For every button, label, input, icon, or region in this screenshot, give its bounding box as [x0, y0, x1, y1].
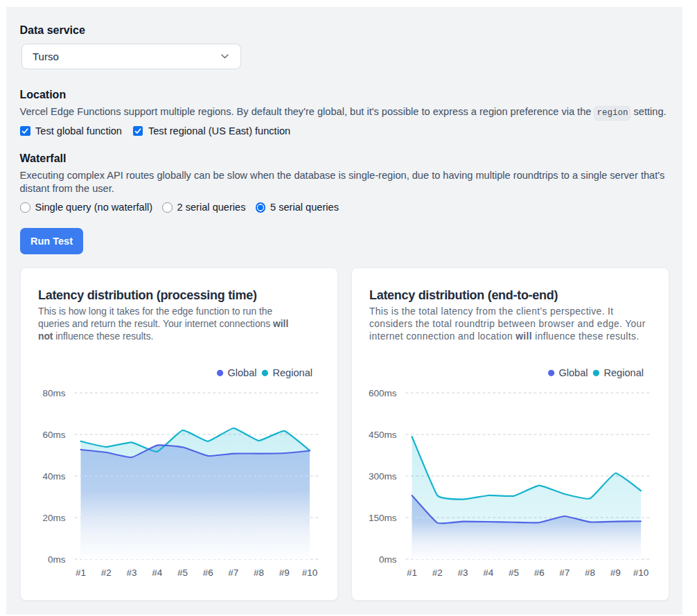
- svg-text:#3: #3: [458, 567, 468, 578]
- svg-text:#1: #1: [407, 567, 417, 578]
- svg-text:#1: #1: [76, 567, 86, 578]
- svg-text:0ms: 0ms: [48, 554, 66, 565]
- svg-text:600ms: 600ms: [369, 388, 397, 398]
- svg-text:20ms: 20ms: [42, 513, 65, 523]
- svg-text:#2: #2: [101, 567, 112, 578]
- svg-text:#4: #4: [152, 567, 163, 578]
- svg-text:#5: #5: [509, 567, 519, 578]
- svg-text:#9: #9: [279, 567, 290, 578]
- svg-text:#9: #9: [610, 567, 621, 578]
- svg-text:#3: #3: [127, 567, 137, 578]
- svg-text:Global: Global: [558, 367, 588, 378]
- svg-text:#5: #5: [177, 567, 188, 578]
- svg-text:#7: #7: [228, 567, 238, 578]
- svg-text:80ms: 80ms: [42, 388, 65, 398]
- svg-text:#6: #6: [534, 567, 545, 578]
- svg-text:450ms: 450ms: [369, 430, 397, 440]
- svg-text:#7: #7: [559, 567, 570, 578]
- svg-text:#4: #4: [483, 567, 494, 578]
- svg-text:#10: #10: [633, 567, 649, 578]
- svg-text:0ms: 0ms: [379, 554, 397, 565]
- svg-text:150ms: 150ms: [369, 513, 397, 523]
- svg-text:Global: Global: [227, 367, 256, 378]
- svg-text:#10: #10: [302, 567, 318, 578]
- svg-text:40ms: 40ms: [42, 471, 65, 482]
- svg-text:300ms: 300ms: [369, 471, 397, 482]
- svg-text:#8: #8: [254, 567, 264, 578]
- svg-text:#2: #2: [432, 567, 443, 578]
- svg-text:#8: #8: [585, 567, 595, 578]
- svg-text:Regional: Regional: [603, 367, 644, 378]
- svg-text:#6: #6: [203, 567, 213, 578]
- svg-text:Regional: Regional: [272, 367, 312, 378]
- svg-text:60ms: 60ms: [42, 430, 65, 440]
